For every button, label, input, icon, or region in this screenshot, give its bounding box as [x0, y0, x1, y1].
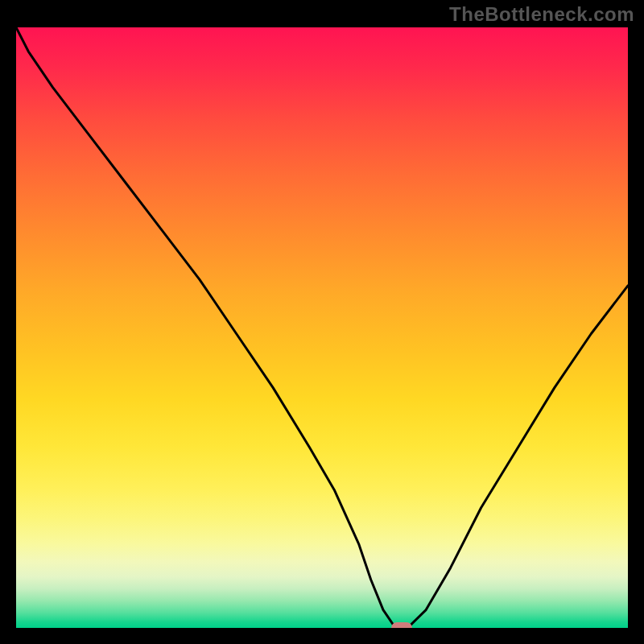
- bottleneck-curve: [16, 27, 628, 628]
- optimal-point-marker: [391, 622, 412, 628]
- plot-area: [16, 27, 628, 628]
- chart-frame: TheBottleneck.com: [0, 0, 644, 644]
- watermark-text: TheBottleneck.com: [449, 3, 634, 26]
